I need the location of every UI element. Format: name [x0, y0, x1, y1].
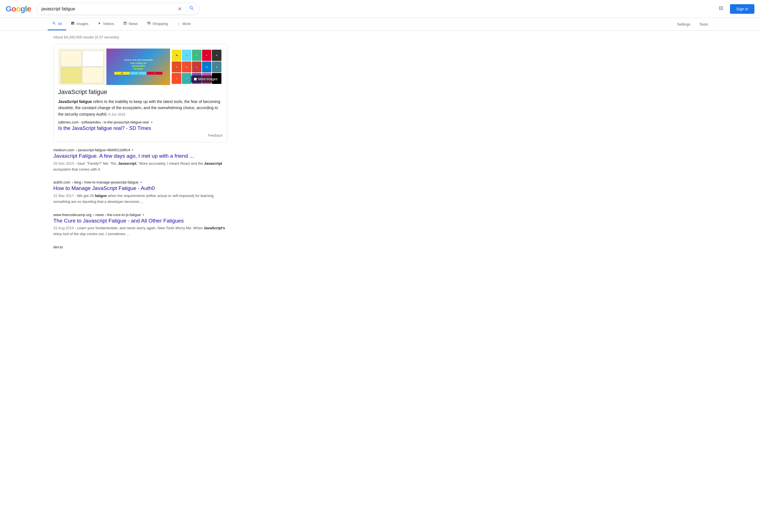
- knowledge-title: JavaScript fatigue: [58, 88, 222, 96]
- result-3-domain: www.freecodecamp.org: [53, 213, 91, 217]
- result-3-dropdown[interactable]: ▾: [143, 213, 144, 217]
- result-2-snippet: 22 Mar 2017 - We get JS fatigue when the…: [53, 193, 227, 205]
- result-1-dropdown[interactable]: ▾: [132, 148, 133, 152]
- results-stats: About 64,200,000 results (0.37 seconds): [53, 35, 256, 39]
- feedback-link[interactable]: Feedback: [58, 134, 222, 138]
- tab-news[interactable]: News: [119, 18, 143, 30]
- videos-icon: [97, 21, 101, 26]
- clear-button[interactable]: ✕: [175, 6, 184, 12]
- result-1-path: › javascript-fatigue-48d4011b6fc4: [76, 148, 130, 152]
- google-logo: Google: [6, 5, 31, 14]
- knowledge-image-1: [58, 49, 106, 85]
- search-result-3: www.freecodecamp.org › news › the-cure-t…: [53, 213, 227, 237]
- search-input[interactable]: javascript fatigue: [41, 7, 175, 12]
- knowledge-image-2: CHOOSE YOUR OWN FRAMEWORK THE CURSE OFJA…: [106, 49, 170, 85]
- sign-in-button[interactable]: Sign in: [730, 4, 754, 14]
- result-2-domain: auth0.com: [53, 180, 71, 184]
- search-button[interactable]: [189, 5, 195, 12]
- tab-videos[interactable]: Videos: [93, 18, 119, 30]
- result-3-date: 15 Aug 2019: [53, 226, 74, 230]
- result-3-path: › news › the-cure-to-js-fatigue: [93, 213, 141, 217]
- main-content: About 64,200,000 results (0.37 seconds) …: [48, 30, 261, 266]
- result-1-title[interactable]: Javascript Fatigue. A few days ago, I me…: [53, 153, 227, 160]
- result-2-source: auth0.com › blog › how-to-manage-javascr…: [53, 180, 227, 184]
- result-2-snippet-text: - We get JS fatigue when the requirement…: [53, 194, 214, 204]
- tools-link[interactable]: Tools: [695, 19, 712, 30]
- tab-images[interactable]: Images: [66, 18, 93, 30]
- tab-more[interactable]: ⋮ More: [172, 18, 195, 30]
- result-2-date: 22 Mar 2017: [53, 194, 74, 198]
- knowledge-desc-bold: JavaScript fatigue: [58, 99, 92, 104]
- tab-shopping-label: Shopping: [152, 22, 168, 26]
- search-result-2: auth0.com › blog › how-to-manage-javascr…: [53, 180, 227, 204]
- result-3-source: www.freecodecamp.org › news › the-cure-t…: [53, 213, 227, 217]
- result-2-dropdown[interactable]: ▾: [140, 180, 142, 184]
- more-images-button[interactable]: More images: [191, 75, 220, 83]
- header: Google javascript fatigue ✕ Sign in: [0, 0, 760, 18]
- result-1-source: medium.com › javascript-fatigue-48d4011b…: [53, 148, 227, 152]
- result-1-snippet: 26 Dec 2015 - Saul: "Family?" Me: "No, J…: [53, 161, 227, 173]
- tab-news-label: News: [129, 22, 138, 26]
- source-path: softwaredev: [81, 120, 101, 124]
- source-slug: is-the-javascript-fatigue-real: [104, 120, 149, 124]
- result-4-domain: dev.to: [53, 245, 63, 249]
- settings-link[interactable]: Settings: [673, 19, 695, 30]
- result-3-snippet-text: - Learn your fundamentals, and never wor…: [53, 226, 225, 236]
- tab-images-label: Images: [76, 22, 88, 26]
- result-2-path: › blog › how-to-manage-javascript-fatigu…: [72, 180, 139, 184]
- source-dropdown[interactable]: ▾: [151, 121, 153, 124]
- google-apps-button[interactable]: [717, 4, 726, 14]
- knowledge-images: CHOOSE YOUR OWN FRAMEWORK THE CURSE OFJA…: [58, 49, 222, 85]
- more-icon: ⋮: [177, 22, 181, 26]
- more-images-label: More images: [198, 77, 217, 81]
- all-icon: [52, 21, 56, 26]
- result-3-title[interactable]: The Cure to Javascript Fatigue - and All…: [53, 217, 227, 224]
- tab-videos-label: Videos: [103, 22, 114, 26]
- images-icon: [71, 21, 75, 26]
- search-result-4-partial: dev.to: [53, 245, 227, 253]
- shopping-icon: [147, 21, 151, 26]
- knowledge-date: 6 Jun 2018: [109, 112, 125, 116]
- result-1-domain: medium.com: [53, 148, 74, 152]
- tab-more-label: More: [182, 22, 191, 26]
- knowledge-source-breadcrumb: sdtimes.com › softwaredev › is-the-javas…: [58, 120, 222, 124]
- divider: [186, 6, 187, 12]
- knowledge-link[interactable]: Is the JavaScript fatigue real? - SD Tim…: [58, 125, 151, 131]
- search-bar: javascript fatigue ✕: [36, 3, 199, 15]
- result-1-date: 26 Dec 2015: [53, 161, 74, 165]
- result-3-snippet: 15 Aug 2019 - Learn your fundamentals, a…: [53, 225, 227, 237]
- tab-shopping[interactable]: Shopping: [142, 18, 172, 30]
- tab-all-label: All: [58, 22, 62, 26]
- nav-tabs: All Images Videos News Shopping ⋮ More S…: [0, 18, 760, 30]
- knowledge-card: CHOOSE YOUR OWN FRAMEWORK THE CURSE OFJA…: [53, 44, 227, 142]
- result-4-source: dev.to: [53, 245, 227, 249]
- header-right: Sign in: [717, 4, 754, 14]
- news-icon: [123, 21, 127, 26]
- knowledge-description: JavaScript fatigue refers to the inabili…: [58, 99, 222, 117]
- search-results: medium.com › javascript-fatigue-48d4011b…: [53, 148, 256, 253]
- result-2-title[interactable]: How to Manage JavaScript Fatigue - Auth0: [53, 185, 227, 192]
- result-1-snippet-text: - Saul: "Family?" Me: "No, Javascript." …: [53, 161, 222, 171]
- search-result-1: medium.com › javascript-fatigue-48d4011b…: [53, 148, 227, 172]
- nav-settings: Settings Tools: [673, 19, 712, 30]
- tab-all[interactable]: All: [48, 18, 66, 30]
- source-domain: sdtimes.com: [58, 120, 78, 124]
- knowledge-image-3: JS ⚛ V A N 5 G n TS E S T R W X: [170, 49, 222, 85]
